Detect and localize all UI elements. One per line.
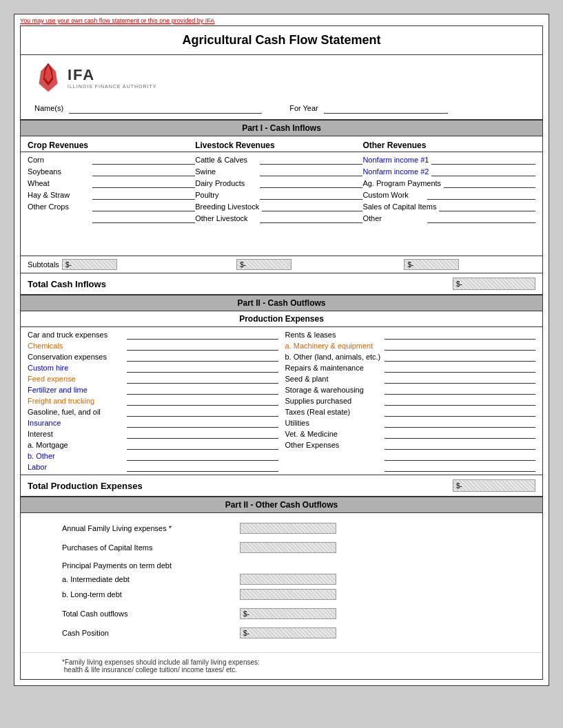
repairs-input[interactable]	[385, 363, 536, 373]
blank-exp-input2[interactable]	[385, 462, 536, 472]
feed-input[interactable]	[127, 374, 278, 384]
logo-ifa: IFA	[68, 66, 156, 84]
expense-label: a. Machinery & equipment	[285, 342, 382, 350]
expense-label: Repairs & maintenance	[285, 364, 382, 372]
storage-input[interactable]	[385, 385, 536, 395]
expense-label: Other Expenses	[285, 441, 382, 449]
other-land-input[interactable]	[385, 352, 536, 362]
other-crops-input[interactable]	[92, 202, 195, 211]
list-item: Taxes (Real estate)	[285, 407, 536, 417]
vet-input[interactable]	[385, 429, 536, 439]
corn-input[interactable]	[92, 155, 195, 165]
expense-label: Interest	[28, 430, 124, 438]
hay-input[interactable]	[92, 190, 195, 200]
list-item: Gasoline, fuel, and oil	[28, 407, 278, 417]
taxes-input[interactable]	[385, 407, 536, 417]
sales-capital-input[interactable]	[439, 202, 535, 211]
list-item: Other Livestock	[195, 214, 362, 223]
rents-input[interactable]	[385, 330, 536, 340]
ag-program-input[interactable]	[444, 178, 535, 188]
intermediate-debt-input[interactable]	[240, 574, 336, 585]
livestock-label: Dairy Products	[195, 179, 257, 187]
total-cash-inflows-row: Total Cash Inflows $-	[21, 273, 542, 295]
labor-input[interactable]	[127, 462, 278, 472]
insurance-input[interactable]	[127, 418, 278, 428]
utilities-input[interactable]	[385, 418, 536, 428]
list-item: Soybeans	[28, 167, 195, 176]
machinery-input[interactable]	[385, 341, 536, 351]
nonfarm2-input[interactable]	[431, 167, 535, 176]
car-input[interactable]	[127, 330, 278, 340]
capital-purchases-input[interactable]	[240, 542, 336, 553]
other-rev-input[interactable]	[427, 214, 535, 223]
custom-hire-input[interactable]	[127, 363, 278, 373]
total-cash-outflows-box[interactable]: $-	[240, 608, 336, 619]
other-exp-input[interactable]	[385, 440, 536, 450]
top-note: You may use your own cash flow statement…	[14, 14, 549, 25]
gasoline-input[interactable]	[127, 407, 278, 417]
seed-input[interactable]	[385, 374, 536, 384]
col-header-livestock: Livestock Revenues	[195, 141, 362, 150]
total-prod-label: Total Production Expenses	[28, 481, 453, 491]
subtotals-row: Subtotals $- $- $-	[21, 256, 542, 273]
blank-exp-input1[interactable]	[385, 451, 536, 461]
conservation-input[interactable]	[127, 352, 278, 362]
other-livestock-input[interactable]	[260, 214, 362, 223]
other-cash-label: b. Long-term debt	[62, 590, 234, 599]
soybeans-input[interactable]	[92, 167, 195, 176]
year-input[interactable]	[324, 103, 448, 114]
other-cash-label: Annual Family Living expenses *	[62, 524, 234, 532]
cattle-input[interactable]	[260, 155, 362, 165]
crop-label: Hay & Straw	[28, 191, 90, 199]
crop-label: Wheat	[28, 179, 90, 187]
expense-label: Rents & leases	[285, 331, 382, 339]
list-item: Interest	[28, 429, 278, 439]
freight-input[interactable]	[127, 396, 278, 406]
subtotal-box3[interactable]: $-	[404, 259, 459, 270]
other-interest-input[interactable]	[127, 451, 278, 461]
expense-label: Gasoline, fuel, and oil	[28, 408, 124, 416]
poultry-input[interactable]	[260, 190, 362, 200]
other-cash-label: Purchases of Capital Items	[62, 543, 234, 552]
list-item: a. Mortgage	[28, 440, 278, 450]
list-item: Vet. & Medicine	[285, 429, 536, 439]
expense-label: Fertilizer and lime	[28, 386, 124, 394]
wheat-input[interactable]	[92, 178, 195, 188]
logo-section: IFA ILLINOIS FINANCE AUTHORITY	[21, 55, 542, 100]
year-field: For Year	[289, 103, 448, 114]
supplies-input[interactable]	[385, 396, 536, 406]
nonfarm1-input[interactable]	[431, 155, 535, 165]
breeding-input[interactable]	[262, 202, 362, 211]
expense-label: Insurance	[28, 419, 124, 427]
expense-label: Seed & plant	[285, 375, 382, 383]
expense-label: Freight and trucking	[28, 397, 124, 405]
subtotal-col1: Subtotals $-	[28, 259, 195, 270]
swine-input[interactable]	[260, 167, 362, 176]
name-input[interactable]	[69, 103, 262, 114]
list-item: Fertilizer and lime	[28, 385, 278, 395]
list-item: Poultry	[195, 190, 362, 200]
custom-work-input[interactable]	[427, 190, 535, 200]
mortgage-input[interactable]	[127, 440, 278, 450]
subtotal-box2[interactable]: $-	[236, 259, 291, 270]
col-header-other: Other Revenues	[362, 141, 535, 150]
fertilizer-input[interactable]	[127, 385, 278, 395]
livestock-label: Poultry	[195, 191, 257, 199]
other-cash-label: a. Intermediate debt	[62, 575, 234, 583]
total-prod-box[interactable]: $-	[453, 479, 535, 492]
list-item: Nonfarm income #1	[362, 155, 535, 165]
interest-input[interactable]	[127, 429, 278, 439]
cash-position-box[interactable]: $-	[240, 627, 336, 638]
main-container: Agricultural Cash Flow Statement IFA ILL…	[20, 25, 543, 680]
subtotal-box1[interactable]: $-	[62, 259, 117, 270]
total-cash-inflows-box[interactable]: $-	[453, 278, 535, 290]
dairy-input[interactable]	[260, 178, 362, 188]
list-item: Corn	[28, 155, 195, 165]
longterm-debt-input[interactable]	[240, 589, 336, 600]
crop-label: Soybeans	[28, 167, 90, 176]
family-living-input[interactable]	[240, 523, 336, 534]
expense-label: Supplies purchased	[285, 397, 382, 405]
crop-extra-input[interactable]	[92, 214, 195, 223]
list-item: Utilities	[285, 418, 536, 428]
chemicals-input[interactable]	[127, 341, 278, 351]
